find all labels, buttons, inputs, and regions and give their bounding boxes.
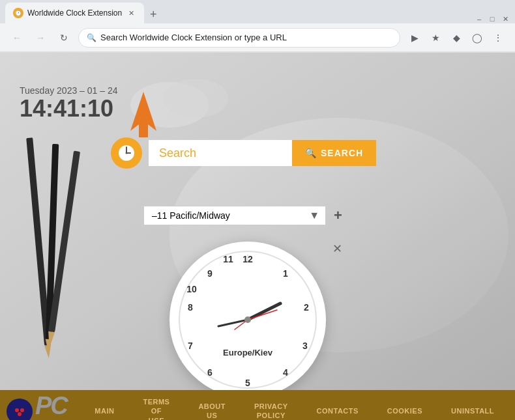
svg-text:4: 4: [283, 367, 288, 378]
address-text: Search Worldwide Clock Extension or type…: [100, 33, 392, 42]
svg-text:3: 3: [302, 341, 308, 351]
pc-logo-text: PC: [35, 395, 67, 417]
svg-text:8: 8: [188, 302, 193, 313]
footer-nav-main[interactable]: MAIN: [91, 404, 118, 418]
svg-text:11: 11: [223, 254, 233, 264]
minimize-button[interactable]: –: [475, 14, 484, 23]
cast-icon[interactable]: ▶: [405, 29, 424, 47]
svg-point-34: [244, 316, 251, 323]
back-button[interactable]: ←: [8, 29, 26, 47]
svg-text:6: 6: [207, 367, 213, 378]
clock-icon-widget: [111, 137, 142, 169]
datetime-area: Tuesday 2023 – 01 – 24 14:41:10: [20, 85, 118, 122]
footer: PC risk.com MAIN TERMS OF USE ABOUT US P…: [0, 390, 515, 420]
timezone-select[interactable]: –11 Pacific/Midway +00 UTC +01 Europe/Lo…: [143, 206, 326, 225]
browser-chrome: 🕐 Worldwide Clock Extension ✕ + – □ ✕ ← …: [0, 0, 515, 53]
clock-close-button[interactable]: ✕: [332, 242, 342, 256]
search-input-wrapper: [149, 140, 292, 166]
svg-text:Europe/Kiev: Europe/Kiev: [223, 348, 273, 357]
svg-text:1: 1: [283, 268, 288, 279]
address-bar[interactable]: 🔍 Search Worldwide Clock Extension or ty…: [78, 28, 400, 48]
extensions-icon[interactable]: ◆: [447, 29, 465, 47]
active-tab[interactable]: 🕐 Worldwide Clock Extension ✕: [5, 3, 144, 23]
menu-icon[interactable]: ⋮: [489, 29, 507, 47]
timezone-area: –11 Pacific/Midway +00 UTC +01 Europe/Lo…: [143, 206, 342, 225]
footer-nav-cookies[interactable]: COOKIES: [383, 404, 426, 418]
svg-text:7: 7: [188, 341, 193, 351]
footer-nav-about[interactable]: ABOUT US: [194, 399, 229, 420]
add-timezone-button[interactable]: +: [334, 207, 342, 224]
forward-button[interactable]: →: [31, 29, 50, 47]
footer-nav-privacy[interactable]: PRIVACY POLICY: [250, 399, 292, 420]
search-button[interactable]: 🔍 SEARCH: [292, 140, 376, 166]
analog-clock: 12 1 2 3 4 5 6 7 8 9 10 11: [169, 242, 326, 390]
window-controls: – □ ✕: [475, 14, 510, 23]
toolbar: ← → ↻ 🔍 Search Worldwide Clock Extension…: [0, 23, 515, 52]
date-display: Tuesday 2023 – 01 – 24: [20, 85, 118, 96]
tab-close-button[interactable]: ✕: [126, 8, 136, 18]
time-display: 14:41:10: [20, 96, 118, 122]
footer-logo: PC risk.com: [7, 395, 67, 420]
restore-button[interactable]: □: [488, 14, 497, 23]
svg-point-36: [12, 404, 27, 419]
search-button-label: SEARCH: [321, 148, 363, 158]
profile-icon[interactable]: ◯: [468, 29, 486, 47]
svg-text:9: 9: [207, 268, 213, 279]
bookmark-icon[interactable]: ★: [426, 29, 445, 47]
clock-svg: 12 1 2 3 4 5 6 7 8 9 10 11: [176, 248, 319, 390]
footer-logo-circle: [7, 399, 33, 421]
timezone-select-wrapper: –11 Pacific/Midway +00 UTC +01 Europe/Lo…: [143, 206, 326, 225]
footer-nav-terms[interactable]: TERMS OF USE: [139, 395, 173, 420]
toolbar-icons: ▶ ★ ◆ ◯ ⋮: [405, 29, 507, 47]
footer-nav-contacts[interactable]: CONTACTS: [313, 404, 362, 418]
search-input[interactable]: [159, 147, 276, 160]
tab-favicon: 🕐: [13, 8, 23, 18]
reload-button[interactable]: ↻: [55, 29, 73, 47]
footer-nav: MAIN TERMS OF USE ABOUT US PRIVACY POLIC…: [80, 395, 508, 420]
svg-point-38: [20, 408, 24, 412]
page-content: Tuesday 2023 – 01 – 24 14:41:10 🔍 SEARCH…: [0, 53, 515, 390]
tab-bar: 🕐 Worldwide Clock Extension ✕ + – □ ✕: [0, 0, 515, 23]
footer-nav-uninstall[interactable]: UNINSTALL: [447, 404, 498, 418]
search-icon: 🔍: [305, 148, 317, 158]
svg-text:2: 2: [304, 302, 309, 313]
svg-text:5: 5: [245, 378, 250, 388]
close-button[interactable]: ✕: [501, 14, 510, 23]
svg-text:10: 10: [186, 284, 197, 294]
new-tab-button[interactable]: +: [144, 5, 162, 23]
svg-point-39: [18, 412, 22, 416]
svg-point-15: [126, 152, 128, 154]
search-area: 🔍 SEARCH: [111, 137, 376, 169]
svg-point-37: [15, 408, 19, 412]
tab-title: Worldwide Clock Extension: [27, 8, 122, 18]
svg-point-9: [163, 79, 228, 118]
